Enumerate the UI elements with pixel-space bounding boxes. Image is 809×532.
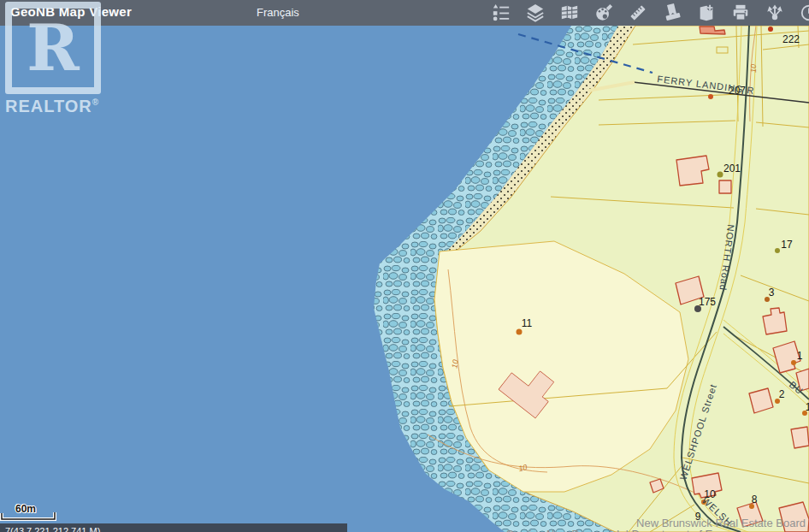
geonb-map-viewer-window: GeoNB Map Viewer Français (0, 0, 809, 532)
svg-text:201: 201 (723, 163, 741, 174)
svg-text:222: 222 (782, 33, 800, 45)
legend-icon[interactable] (484, 0, 518, 26)
svg-text:3: 3 (769, 287, 775, 299)
app-title: GeoNB Map Viewer (10, 4, 132, 19)
svg-text:17: 17 (781, 239, 793, 251)
add-data-icon[interactable] (689, 0, 723, 26)
map-canvas[interactable]: 222 207 201 17 175 3 11 1 2 10 8 9 1 FER… (0, 26, 809, 532)
layers-icon[interactable] (518, 0, 552, 26)
scale-bar (0, 510, 68, 523)
svg-text:175: 175 (699, 296, 716, 308)
bookmark-icon[interactable] (655, 0, 689, 26)
coordinate-readout: 7(43.7 221 212.741 M) (0, 523, 347, 532)
measure-icon[interactable] (621, 0, 655, 26)
svg-text:10: 10 (450, 359, 460, 369)
draw-icon[interactable] (587, 0, 621, 26)
svg-text:2: 2 (779, 388, 785, 400)
header-bar: GeoNB Map Viewer Français (0, 0, 809, 26)
basemap-icon[interactable] (552, 0, 587, 26)
svg-text:11: 11 (522, 317, 533, 329)
svg-text:8: 8 (752, 494, 758, 505)
attribution-line-2: Service New Brunswick | Department of En (506, 528, 718, 532)
svg-text:1: 1 (797, 350, 803, 362)
toolbar (484, 0, 809, 26)
print-icon[interactable] (723, 0, 758, 26)
svg-text:10: 10 (749, 64, 758, 73)
language-toggle-link[interactable]: Français (257, 6, 299, 19)
svg-text:1: 1 (806, 401, 809, 413)
building-small (719, 180, 731, 193)
share-icon[interactable] (758, 0, 792, 26)
clock-icon[interactable] (792, 0, 809, 26)
